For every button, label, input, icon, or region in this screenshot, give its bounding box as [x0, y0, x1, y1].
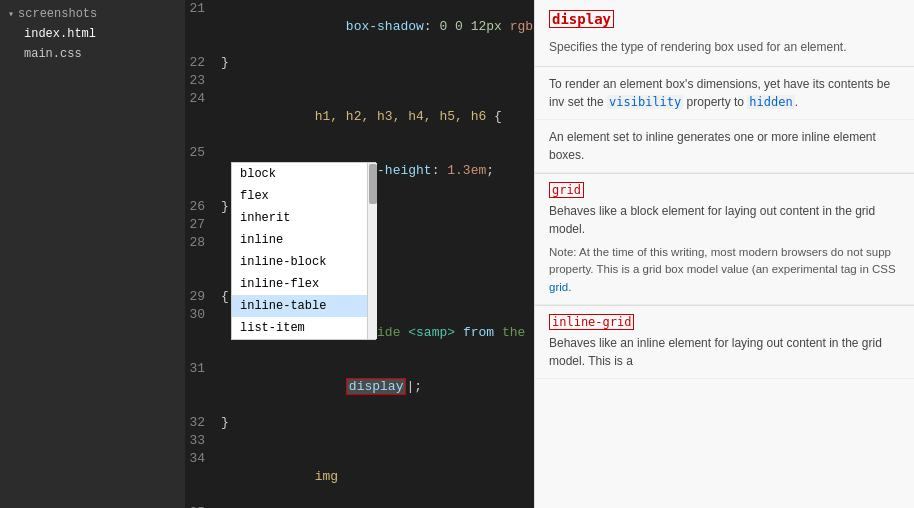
doc-main-section: display Specifies the type of rendering … — [535, 0, 914, 66]
doc-main-term: display — [549, 10, 614, 28]
sidebar-item-main-css[interactable]: main.css — [0, 44, 185, 64]
doc-value-desc-inline-grid: Behaves like an inline element for layin… — [549, 334, 900, 370]
doc-value-note-grid: Note: At the time of this writing, most … — [549, 244, 900, 296]
sidebar-folder-label: screenshots — [18, 7, 97, 21]
dropdown-scrollbar-thumb — [369, 164, 377, 204]
autocomplete-dropdown[interactable]: block flex inherit inline inline-block i… — [231, 162, 376, 340]
doc-value-inline-grid: inline-grid Behaves like an inline eleme… — [535, 306, 914, 379]
doc-main-desc: Specifies the type of rendering box used… — [549, 38, 900, 56]
split-view: 21 box-shadow: 0 0 12px rgba(0, 0, 0, 0.… — [185, 0, 914, 508]
dropdown-item-inherit[interactable]: inherit — [232, 207, 377, 229]
sidebar-item-index-html[interactable]: index.html — [0, 24, 185, 44]
doc-panel: display Specifies the type of rendering … — [534, 0, 914, 508]
doc-value-desc-grid: Behaves like a block element for laying … — [549, 202, 900, 238]
sidebar: ▾ screenshots index.html main.css — [0, 0, 185, 508]
dropdown-item-list-item[interactable]: list-item — [232, 317, 377, 339]
grid-link[interactable]: grid — [549, 281, 568, 293]
sidebar-file-label: index.html — [24, 27, 96, 41]
sidebar-folder-screenshots[interactable]: ▾ screenshots — [0, 4, 185, 24]
dropdown-item-inline-flex[interactable]: inline-flex — [232, 273, 377, 295]
folder-arrow-icon: ▾ — [8, 8, 14, 20]
doc-value-grid: grid Behaves like a block element for la… — [535, 174, 914, 305]
hidden-link[interactable]: hidden — [747, 95, 794, 109]
dropdown-scrollbar[interactable] — [367, 163, 377, 339]
doc-inline-text: An element set to inline generates one o… — [549, 128, 900, 164]
doc-inline-section: An element set to inline generates one o… — [535, 120, 914, 173]
dropdown-item-inline-table[interactable]: inline-table — [232, 295, 377, 317]
dropdown-item-inline[interactable]: inline — [232, 229, 377, 251]
dropdown-item-inline-block[interactable]: inline-block — [232, 251, 377, 273]
dropdown-item-flex[interactable]: flex — [232, 185, 377, 207]
doc-render-section: To render an element box's dimensions, y… — [535, 67, 914, 120]
sidebar-file-label: main.css — [24, 47, 82, 61]
dropdown-item-block[interactable]: block — [232, 163, 377, 185]
doc-render-text: To render an element box's dimensions, y… — [549, 75, 900, 111]
doc-main-desc-text: Specifies the type of rendering box used… — [549, 40, 847, 54]
visibility-link[interactable]: visibility — [607, 95, 683, 109]
doc-value-term-inline-grid: inline-grid — [549, 314, 634, 330]
doc-value-term-grid: grid — [549, 182, 584, 198]
